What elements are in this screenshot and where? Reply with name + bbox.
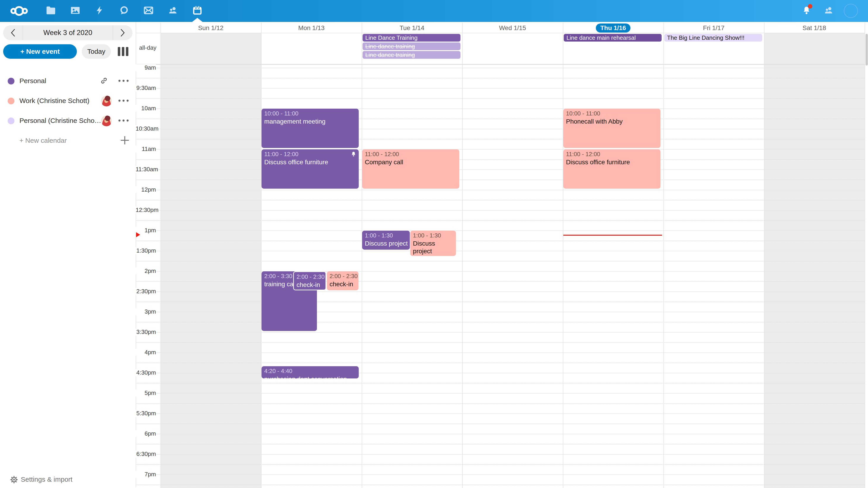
event-block[interactable]: 11:00 - 12:00Discuss office furniture	[563, 149, 660, 189]
weekend-shading	[764, 33, 865, 488]
all-day-event[interactable]: Line dance training	[363, 42, 460, 50]
event-time: 2:00 - 2:30	[297, 273, 323, 281]
time-label: 10am	[135, 105, 156, 112]
calendar-name: Work (Christine Schott)	[20, 97, 90, 105]
gridline-15min	[135, 383, 865, 383]
all-day-event[interactable]: The Big Line Dancing Show!!!	[664, 34, 762, 41]
user-menu-button[interactable]	[844, 4, 858, 18]
gridline-30min	[135, 352, 865, 353]
next-week-button[interactable]	[113, 25, 132, 40]
event-block[interactable]: 1:00 - 1:30Discuss project announcement	[362, 231, 410, 250]
scrollbar-track[interactable]	[865, 22, 868, 488]
active-app-caret	[192, 18, 203, 22]
sidebar: Week 3 of 2020 + New event Today Persona…	[0, 22, 135, 488]
time-label: 6:30pm	[135, 451, 156, 457]
logo-circle	[22, 8, 28, 14]
day-header[interactable]: Sun 1/12	[160, 23, 261, 33]
app-activity[interactable]	[92, 4, 107, 18]
calendar-list-item[interactable]: Personal	[0, 71, 135, 91]
app-mail[interactable]	[141, 4, 156, 18]
app-contacts[interactable]	[166, 4, 180, 18]
time-label: 5pm	[135, 390, 156, 396]
calendar-list-item[interactable]: Work (Christine Schott)	[0, 91, 135, 111]
gridline-30min	[135, 373, 865, 373]
event-block[interactable]: 2:00 - 2:30check-in	[327, 271, 359, 290]
gridline-30min	[135, 108, 865, 109]
event-block[interactable]: 10:00 - 11:00Phonecall with Abby	[563, 109, 660, 148]
day-header[interactable]: Mon 1/13	[261, 23, 362, 33]
time-label: 5:30pm	[135, 410, 156, 417]
all-day-event[interactable]: Line dance training	[363, 51, 460, 59]
week-navigation: Week 3 of 2020	[3, 25, 132, 40]
calendar-actions-menu[interactable]	[119, 80, 129, 82]
calendar-color-dot	[8, 98, 14, 104]
all-day-event[interactable]: Line Dance Training	[363, 34, 460, 41]
event-block[interactable]: 11:00 - 12:00Discuss office furniture	[261, 149, 359, 189]
time-label: 2:30pm	[135, 288, 156, 295]
time-label: 4pm	[135, 349, 156, 356]
gridline-15min	[135, 322, 865, 322]
share-link-icon[interactable]	[99, 76, 108, 86]
app-talk[interactable]	[117, 4, 131, 18]
gridline-15min	[135, 240, 865, 241]
column-border	[462, 23, 463, 488]
action-row: + New event Today	[3, 44, 132, 59]
time-label: 9:30am	[135, 85, 156, 92]
app-calendar[interactable]	[190, 4, 205, 18]
gridline-30min	[135, 332, 865, 332]
event-title: Company call	[365, 158, 457, 166]
day-header[interactable]: Wed 1/15	[462, 23, 563, 33]
event-time: 10:00 - 11:00	[566, 110, 658, 117]
calendar-actions-menu[interactable]	[119, 100, 129, 102]
scrollbar-thumb[interactable]	[866, 34, 868, 66]
view-switcher-button[interactable]	[118, 47, 130, 56]
day-header[interactable]: Tue 1/14	[362, 23, 462, 33]
new-calendar-button[interactable]: + New calendar	[0, 131, 135, 151]
gridline-15min	[135, 220, 865, 221]
divider	[135, 33, 868, 33]
column-border	[261, 23, 261, 488]
contacts-menu-button[interactable]	[822, 4, 836, 18]
gridline-30min	[135, 475, 865, 475]
time-label: 2pm	[135, 267, 156, 274]
app-photos[interactable]	[68, 4, 83, 18]
gridline-15min	[135, 302, 865, 302]
event-time: 11:00 - 12:00	[264, 151, 356, 158]
time-label: 11:30am	[135, 166, 156, 173]
time-label: 9am	[135, 64, 156, 71]
gridline-15min	[135, 78, 865, 78]
app-files[interactable]	[43, 4, 58, 18]
calendar-actions-menu[interactable]	[119, 120, 129, 122]
all-day-event[interactable]: Line dance main rehearsal	[564, 34, 662, 41]
event-time: 4:20 - 4:40	[264, 367, 356, 375]
event-block[interactable]: 4:20 - 4:40purchasing dept conversation	[261, 366, 359, 379]
current-time-line	[563, 235, 662, 236]
calendar-name: Personal (Christine Scho…	[20, 117, 101, 125]
week-label[interactable]: Week 3 of 2020	[23, 29, 113, 37]
gridline-30min	[135, 414, 865, 414]
day-header[interactable]: Thu 1/16	[563, 23, 663, 33]
settings-button[interactable]: Settings & import	[0, 472, 135, 488]
contacts-icon	[168, 5, 178, 17]
event-block[interactable]: 1:00 - 1:30Discuss project announcement	[410, 231, 456, 256]
time-label: 3pm	[135, 308, 156, 315]
mail-icon	[143, 5, 154, 17]
nextcloud-logo[interactable]	[10, 5, 29, 17]
previous-week-button[interactable]	[3, 25, 23, 40]
gridline-30min	[135, 454, 865, 455]
calendar-color-dot	[8, 78, 14, 85]
calendar-app: Week 3 of 2020 + New event Today Persona…	[0, 0, 868, 488]
new-event-button[interactable]: + New event	[3, 44, 77, 59]
time-label: 6pm	[135, 430, 156, 437]
event-block[interactable]: 2:00 - 2:30check-in	[293, 271, 326, 290]
event-time: 11:00 - 12:00	[365, 151, 457, 158]
gridline-30min	[135, 210, 865, 210]
day-header[interactable]: Sat 1/18	[764, 23, 865, 33]
event-block[interactable]: 10:00 - 11:00management meeting	[261, 109, 359, 148]
gear-icon	[9, 475, 19, 485]
today-button[interactable]: Today	[82, 44, 111, 59]
day-header[interactable]: Fri 1/17	[663, 23, 764, 33]
event-block[interactable]: 11:00 - 12:00Company call	[362, 149, 459, 189]
calendar-list-item[interactable]: Personal (Christine Scho…	[0, 111, 135, 131]
notifications-button[interactable]	[799, 4, 814, 18]
